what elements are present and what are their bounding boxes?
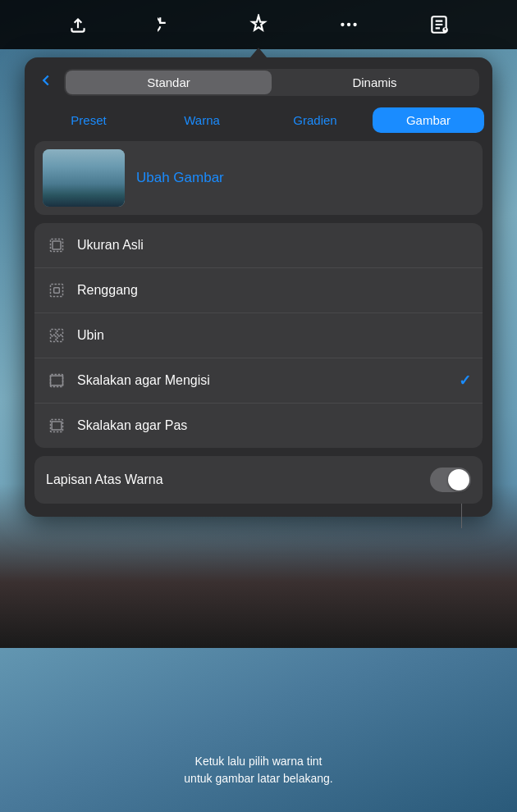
panel-header: Standar Dinamis xyxy=(25,57,492,104)
notes-icon[interactable] xyxy=(426,11,452,38)
svg-rect-10 xyxy=(57,330,63,335)
bottom-hint-text: Ketuk lalu pilih warna tintuntuk gambar … xyxy=(25,753,492,787)
change-image-button[interactable]: Ubah Gambar xyxy=(136,170,224,186)
options-list: Ukuran Asli Renggang Ubin xyxy=(34,223,483,448)
skalakan-pas-icon xyxy=(46,415,67,436)
segment-dinamis[interactable]: Dinamis xyxy=(272,71,478,94)
option-ubin[interactable]: Ubin xyxy=(34,313,483,358)
image-thumbnail xyxy=(43,149,125,207)
svg-rect-6 xyxy=(53,241,61,249)
skalakan-pas-label: Skalakan agar Pas xyxy=(77,418,471,433)
segment-standar[interactable]: Standar xyxy=(66,71,272,94)
share-icon[interactable] xyxy=(65,11,91,38)
toggle-label: Lapisan Atas Warna xyxy=(46,472,430,487)
pin-icon[interactable] xyxy=(245,11,272,38)
svg-rect-11 xyxy=(51,336,57,342)
panel-arrow xyxy=(250,48,267,57)
option-renggang[interactable]: Renggang xyxy=(34,268,483,313)
svg-point-2 xyxy=(353,23,356,26)
svg-point-0 xyxy=(341,23,344,26)
tab-gambar[interactable]: Gambar xyxy=(373,107,484,133)
svg-rect-9 xyxy=(51,330,57,335)
sub-tabs: Preset Warna Gradien Gambar xyxy=(25,104,492,141)
undo-icon[interactable] xyxy=(155,11,181,38)
back-button[interactable] xyxy=(34,71,57,94)
toggle-indicator-line xyxy=(461,504,462,528)
thumbnail-preview xyxy=(43,149,125,207)
skalakan-mengisi-label: Skalakan agar Mengisi xyxy=(77,373,459,388)
option-ukuran-asli[interactable]: Ukuran Asli xyxy=(34,223,483,268)
lapisan-warna-toggle[interactable] xyxy=(430,468,471,492)
segment-control: Standar Dinamis xyxy=(64,69,479,96)
more-icon[interactable] xyxy=(336,11,362,38)
svg-rect-8 xyxy=(54,288,60,294)
tab-preset[interactable]: Preset xyxy=(33,107,144,133)
tab-warna[interactable]: Warna xyxy=(146,107,258,133)
svg-rect-16 xyxy=(52,422,62,430)
ukuran-asli-label: Ukuran Asli xyxy=(77,238,471,253)
ubin-icon xyxy=(46,325,67,346)
option-skalakan-pas[interactable]: Skalakan agar Pas xyxy=(34,404,483,448)
ubin-label: Ubin xyxy=(77,328,471,343)
skalakan-mengisi-check: ✓ xyxy=(459,372,471,390)
tab-gradien[interactable]: Gradien xyxy=(259,107,371,133)
renggang-label: Renggang xyxy=(77,283,471,298)
svg-rect-12 xyxy=(57,336,63,342)
top-toolbar xyxy=(0,0,517,49)
ukuran-asli-icon xyxy=(46,235,67,256)
renggang-icon xyxy=(46,280,67,301)
main-panel: Standar Dinamis Preset Warna Gradien Gam… xyxy=(25,57,492,517)
toggle-section: Lapisan Atas Warna xyxy=(34,456,483,504)
svg-point-1 xyxy=(347,23,350,26)
image-section: Ubah Gambar xyxy=(34,141,483,215)
toggle-knob xyxy=(448,469,469,490)
option-skalakan-mengisi[interactable]: Skalakan agar Mengisi ✓ xyxy=(34,358,483,404)
skalakan-mengisi-icon xyxy=(46,370,67,391)
svg-rect-7 xyxy=(51,285,63,297)
svg-rect-14 xyxy=(51,376,63,385)
